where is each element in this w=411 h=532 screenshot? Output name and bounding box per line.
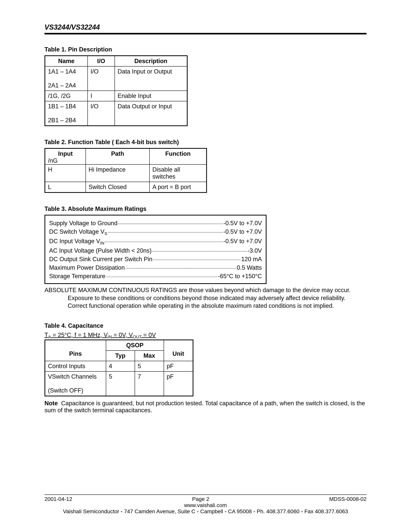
cell: 5 xyxy=(106,371,135,396)
cell: VSwitch Channels (Switch OFF) xyxy=(45,371,106,396)
amr-val: -65°C to +150°C xyxy=(218,273,262,280)
table-row: VSwitch Channels (Switch OFF) 5 7 pF xyxy=(45,371,193,396)
table-row: L Switch Closed A port = B port xyxy=(45,182,206,192)
cell: pF xyxy=(164,361,193,371)
text: VSwitch Channels xyxy=(48,373,97,380)
cell-name: /1G, /2G xyxy=(45,91,88,101)
text: 1A1 – 1A4 xyxy=(48,68,76,75)
footer-address: Vaishali Semiconductor • 747 Camden Aven… xyxy=(45,508,366,515)
table-header-row: Name I/O Description xyxy=(45,56,187,66)
text: ABSOLUTE MAXIMUM CONTINUOUS RATINGS are … xyxy=(45,287,351,294)
text: 2A1 – 2A4 xyxy=(48,82,76,89)
cell-desc: Enable Input xyxy=(115,91,187,101)
amr-row: Supply Voltage to Ground-0.5V to +7.0V xyxy=(49,220,262,227)
cell: L xyxy=(45,182,86,192)
table4-title: Table 4. Capacitance xyxy=(45,322,366,329)
footer-doc: MDSS-0008-02 xyxy=(329,496,366,502)
th-name: Name xyxy=(45,56,88,66)
dots xyxy=(108,232,223,233)
amr-val: -0.5V to +7.0V xyxy=(223,238,262,245)
dots xyxy=(126,268,236,268)
table1-section: Table 1. Pin Description Name I/O Descri… xyxy=(45,42,366,126)
amr-label: Supply Voltage to Ground xyxy=(49,220,117,227)
dots xyxy=(152,251,247,251)
cell-name: 1B1 – 1B4 2B1 – 2B4 xyxy=(45,101,88,126)
text: Correct functional operation while opera… xyxy=(68,302,366,310)
cell-desc: Data Input or Output xyxy=(115,66,187,91)
table2-section: Table 2. Function Table ( Each 4-bit bus… xyxy=(45,135,366,193)
cell-io: I/O xyxy=(88,66,115,91)
table-header-row: Input /nG Path Function xyxy=(45,148,206,164)
cell-io: I xyxy=(88,91,115,101)
dots xyxy=(105,242,223,242)
table-header-row: Pins QSOP Unit xyxy=(45,340,193,351)
header-rule xyxy=(45,33,366,34)
amr-label: DC Switch Voltage VS xyxy=(49,228,107,236)
amr-row: Storage Temperature-65°C to +150°C xyxy=(49,273,262,280)
dots xyxy=(153,260,240,260)
cell: Switch Closed xyxy=(86,182,149,192)
amr-row: Maximum Power Dissipation0.5 Watts xyxy=(49,264,262,271)
cell: Control Inputs xyxy=(45,361,106,371)
cell: Hi Impedance xyxy=(86,164,149,182)
footer-rule xyxy=(45,494,366,495)
amr-val: -0.5V to +7.0V xyxy=(223,228,262,235)
note-label: Note xyxy=(45,400,58,407)
table-row: /1G, /2G I Enable Input xyxy=(45,91,187,101)
th-qsop: QSOP xyxy=(106,340,164,351)
table1: Name I/O Description 1A1 – 1A4 2A1 – 2A4… xyxy=(45,55,188,126)
amr-val: -3.0V xyxy=(248,247,262,254)
note-text: Capacitance is guaranteed, but not produ… xyxy=(45,400,365,414)
th-io: I/O xyxy=(88,56,115,66)
th-desc: Description xyxy=(115,56,187,66)
table-row: H Hi Impedance Disable all switches xyxy=(45,164,206,182)
text: Exposure to these conditions or conditio… xyxy=(68,294,366,302)
cell: Disable all switches xyxy=(149,164,206,182)
table4-conditions: TA = 25°C, f = 1 MHz, VIN = 0V, VOUT = 0… xyxy=(45,332,366,340)
th-path: Path xyxy=(86,148,149,164)
text: 1B1 – 1B4 xyxy=(48,103,76,110)
amr-row: AC Input Voltage (Pulse Width < 20ns)-3.… xyxy=(49,247,262,254)
doc-header-title: VS3244/VS32244 xyxy=(45,23,366,31)
footer: 2001-04-12 Page 2 MDSS-0008-02 www.vaish… xyxy=(45,494,366,515)
th-input: Input /nG xyxy=(45,148,86,164)
cell: pF xyxy=(164,371,193,396)
footer-page: Page 2 xyxy=(192,496,209,502)
footer-date: 2001-04-12 xyxy=(45,496,72,502)
table-row: 1A1 – 1A4 2A1 – 2A4 I/O Data Input or Ou… xyxy=(45,66,187,91)
th-function: Function xyxy=(149,148,206,164)
table-row: Control Inputs 4 5 pF xyxy=(45,361,193,371)
amr-label: DC Input Voltage VIN xyxy=(49,238,104,246)
th-typ: Typ xyxy=(106,351,135,361)
cell-name: 1A1 – 1A4 2A1 – 2A4 xyxy=(45,66,88,91)
cell: 5 xyxy=(135,361,164,371)
text: (Switch OFF) xyxy=(48,387,83,394)
table4-section: Table 4. Capacitance TA = 25°C, f = 1 MH… xyxy=(45,318,366,414)
amr-label: AC Input Voltage (Pulse Width < 20ns) xyxy=(49,247,152,254)
text: Input xyxy=(48,150,83,157)
amr-val: 0.5 Watts xyxy=(237,264,262,271)
table-row: 1B1 – 1B4 2B1 – 2B4 I/O Data Output or I… xyxy=(45,101,187,126)
amr-row: DC Output Sink Current per Switch Pin120… xyxy=(49,256,262,263)
dots xyxy=(106,277,217,277)
amr-val: -0.5V to +7.0V xyxy=(223,220,262,227)
dots xyxy=(118,224,223,224)
amr-box: Supply Voltage to Ground-0.5V to +7.0V D… xyxy=(45,215,267,284)
table4: Pins QSOP Unit Typ Max Control Inputs 4 … xyxy=(45,340,193,396)
table2-title: Table 2. Function Table ( Each 4-bit bus… xyxy=(45,139,366,146)
amr-label: DC Output Sink Current per Switch Pin xyxy=(49,256,152,263)
cell: H xyxy=(45,164,86,182)
cell: 7 xyxy=(135,371,164,396)
text: Vaishali Semiconductor • 747 Camden Aven… xyxy=(63,508,348,514)
amr-val: 120 mA xyxy=(241,256,262,263)
footer-line1: 2001-04-12 Page 2 MDSS-0008-02 xyxy=(45,496,366,502)
table3-section: Table 3. Absolute Maximum Ratings Supply… xyxy=(45,202,366,310)
table4-note: Note Capacitance is guaranteed, but not … xyxy=(45,400,366,414)
th-unit: Unit xyxy=(164,340,193,361)
th-pins: Pins xyxy=(45,340,106,361)
table1-title: Table 1. Pin Description xyxy=(45,46,366,53)
amr-label: Storage Temperature xyxy=(49,273,105,280)
amr-row: DC Input Voltage VIN-0.5V to +7.0V xyxy=(49,238,262,246)
cell: 4 xyxy=(106,361,135,371)
amr-label: Maximum Power Dissipation xyxy=(49,264,125,271)
